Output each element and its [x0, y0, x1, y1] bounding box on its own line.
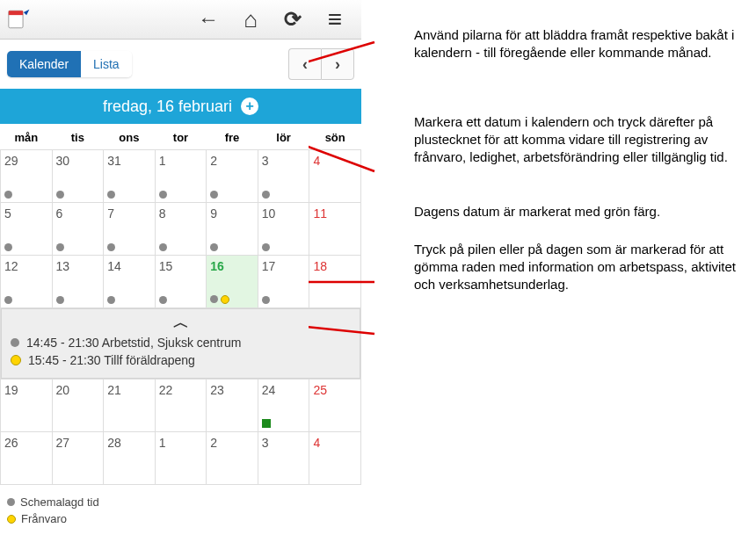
calendar-cell[interactable]: 29: [1, 150, 53, 203]
day-markers: [210, 243, 218, 251]
weekday-header: fre: [207, 124, 258, 150]
back-button[interactable]: ←: [189, 2, 228, 37]
legend-absence: Frånvaro: [7, 510, 361, 527]
weekday-header: lör: [258, 124, 309, 150]
yellow-dot-icon: [7, 515, 16, 524]
add-button[interactable]: +: [241, 98, 258, 115]
calendar-cell[interactable]: 10: [258, 203, 309, 256]
calendar-cell[interactable]: 1: [155, 150, 207, 203]
day-markers: [262, 419, 271, 428]
calendar-cell[interactable]: 19: [1, 380, 53, 432]
calendar-cell[interactable]: 26: [1, 432, 53, 485]
grey-dot-icon: [262, 243, 270, 251]
day-markers: [159, 191, 167, 199]
day-number: 17: [262, 259, 306, 273]
calendar-cell[interactable]: 1: [155, 432, 207, 485]
calendar-cell[interactable]: 4: [309, 150, 361, 203]
day-number: 7: [107, 206, 151, 221]
day-number: 23: [210, 383, 254, 397]
calendar-cell[interactable]: 12: [1, 256, 53, 308]
grey-dot-icon: [7, 498, 15, 506]
tab-calendar[interactable]: Kalender: [7, 51, 81, 77]
calendar-cell[interactable]: 3: [258, 150, 309, 203]
prev-month-button[interactable]: ‹: [288, 48, 321, 80]
day-markers: [210, 295, 229, 304]
calendar-cell[interactable]: 11: [309, 203, 361, 256]
weekday-header: ons: [104, 124, 156, 150]
day-number: 21: [107, 383, 151, 397]
grey-dot-icon: [159, 296, 167, 304]
day-number: 20: [56, 383, 100, 397]
day-markers: [4, 296, 12, 304]
tab-list[interactable]: Lista: [81, 51, 132, 77]
calendar-cell[interactable]: 17: [258, 256, 309, 308]
month-nav: ‹ ›: [288, 48, 354, 80]
back-arrow-icon: ←: [198, 7, 219, 32]
svg-rect-1: [9, 11, 23, 15]
note-today-color: Dagens datum är markerat med grön färg.: [414, 203, 744, 221]
calendar-cell[interactable]: 28: [104, 432, 156, 485]
yellow-dot-icon: [11, 355, 21, 365]
day-markers: [262, 191, 270, 199]
calendar-cell[interactable]: 31: [104, 150, 156, 203]
calendar-cell[interactable]: 25: [309, 380, 361, 432]
calendar-cell[interactable]: 3: [258, 432, 309, 485]
view-row: Kalender Lista ‹ ›: [0, 40, 361, 89]
day-number: 30: [56, 154, 100, 168]
grey-dot-icon: [4, 243, 12, 251]
day-markers: [107, 243, 115, 251]
day-markers: [56, 191, 64, 199]
day-markers: [262, 296, 270, 304]
calendar-cell[interactable]: 7: [104, 203, 156, 256]
detail-line: 15:45 - 21:30 Tillf föräldrapeng: [11, 351, 351, 369]
calendar-grid: måntisonstorfrelörsön 293031123456789101…: [0, 124, 361, 485]
next-month-button[interactable]: ›: [321, 48, 354, 80]
calendar-cell[interactable]: 2: [207, 150, 258, 203]
calendar-cell[interactable]: 27: [52, 432, 104, 485]
grey-dot-icon: [56, 191, 64, 199]
refresh-button[interactable]: ⟳: [273, 2, 312, 37]
weekday-header: sön: [309, 124, 361, 150]
selected-day-bar: fredag, 16 februari +: [0, 89, 361, 124]
yellow-dot-icon: [221, 295, 229, 304]
menu-button[interactable]: ≡: [316, 2, 354, 37]
grey-dot-icon: [210, 295, 218, 303]
selected-day-label: fredag, 16 februari: [103, 98, 232, 116]
calendar-cell[interactable]: 13: [52, 256, 104, 308]
calendar-cell[interactable]: 20: [52, 380, 104, 432]
grey-dot-icon: [262, 191, 270, 199]
collapse-chevron-icon[interactable]: ︿: [11, 314, 351, 334]
calendar-cell[interactable]: 4: [309, 432, 361, 485]
calendar-cell[interactable]: 5: [1, 203, 53, 256]
day-number: 31: [107, 154, 151, 168]
weekday-header: tis: [52, 124, 104, 150]
calendar-cell[interactable]: 23: [207, 380, 258, 432]
calendar-cell[interactable]: 30: [52, 150, 104, 203]
calendar-cell[interactable]: 21: [104, 380, 156, 432]
day-number: 6: [56, 206, 100, 221]
day-number: 29: [4, 154, 48, 168]
day-markers: [4, 191, 12, 199]
calendar-cell[interactable]: 16: [207, 256, 258, 308]
calendar-cell[interactable]: 24: [258, 380, 309, 432]
home-button[interactable]: ⌂: [231, 2, 270, 37]
note-plus-sign: Markera ett datum i kalendern och tryck …: [414, 113, 744, 167]
day-markers: [159, 243, 167, 251]
day-number: 13: [56, 259, 100, 273]
calendar-cell[interactable]: 14: [104, 256, 156, 308]
day-number: 18: [313, 259, 357, 273]
day-markers: [262, 243, 270, 251]
day-markers: [56, 243, 64, 251]
calendar-cell[interactable]: 22: [155, 380, 207, 432]
calendar-cell[interactable]: 2: [207, 432, 258, 485]
calendar-cell[interactable]: 18: [309, 256, 361, 308]
annotations: Använd pilarna för att bläddra framåt re…: [361, 0, 756, 527]
day-number: 3: [262, 154, 306, 168]
grey-dot-icon: [210, 191, 218, 199]
calendar-cell[interactable]: 9: [207, 203, 258, 256]
calendar-cell[interactable]: 6: [52, 203, 104, 256]
refresh-icon: ⟳: [284, 7, 302, 32]
calendar-cell[interactable]: 8: [155, 203, 207, 256]
day-number: 28: [107, 436, 151, 450]
calendar-cell[interactable]: 15: [155, 256, 207, 308]
